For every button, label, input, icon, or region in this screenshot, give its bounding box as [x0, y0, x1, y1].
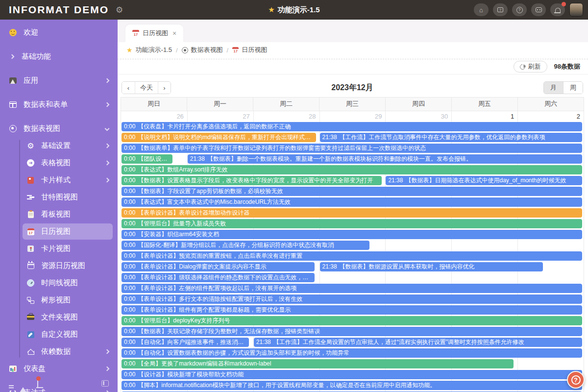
sidebar-item-卡片样式[interactable]: 卡片样式	[23, 172, 113, 188]
date-cell[interactable]: 29	[319, 111, 386, 122]
sidebar-item-基础设置[interactable]: ⚙基础设置	[23, 138, 113, 154]
help-fab-button[interactable]: ?	[567, 371, 585, 389]
calendar-event[interactable]: 0:00【自动化】向客户端推送事件，推送消息无效	[122, 338, 249, 347]
calendar-event[interactable]: 0:00【仪表盘】卡片打开分离多选值选项后，返回的数据不正确	[122, 122, 582, 131]
date-cell[interactable]: 2	[517, 111, 584, 122]
chevron-right-icon	[105, 161, 110, 166]
breadcrumb-label: 日历视图	[242, 46, 267, 54]
avatar[interactable]	[569, 3, 583, 17]
date-cell[interactable]: 30	[385, 111, 451, 122]
event-text: 【数据表】日期筛选在表达式中使用day_of_month的时候无效	[405, 177, 566, 184]
sidebar-item-label: 卡片视图	[41, 244, 109, 253]
collapse-sidebar-icon[interactable]	[101, 380, 109, 387]
calendar-event[interactable]: 21:38【工作流】工作流节点取消事件中存在大量的无用参数，优化返回的参数列表项	[320, 133, 582, 142]
event-time: 0:00	[124, 328, 135, 335]
sidebar-item-时间线视图[interactable]: 时间线视图	[23, 275, 113, 291]
today-button[interactable]: 今天	[135, 82, 158, 94]
event-time: 0:00	[124, 349, 135, 356]
event-time: 0:00	[124, 231, 135, 238]
calendar-event[interactable]: 21:38【数据表】数据源设置从脚本获取时，报错内容优化	[320, 262, 543, 271]
calendar-event[interactable]: 21:38【工作流】工作流全局设置的节点审批人，通过“流程实例执行设置”调整时支…	[254, 338, 582, 347]
refresh-button[interactable]: 刷新	[514, 61, 547, 73]
events-layer: 0:00【仪表盘】卡片打开分离多选值选项后，返回的数据不正确0:00【说明文档】…	[121, 122, 584, 392]
calendar-event[interactable]: 0:00【说明文档】说明文档的md编辑器保存后，重新打开会出现样式异常	[122, 133, 316, 142]
sidebar-item-表格视图[interactable]: ➜表格视图	[23, 155, 113, 171]
sidebar-item-日历视图[interactable]: 17日历视图	[23, 223, 113, 240]
calendar-event[interactable]: 0:00【安装器】织信arm64安装文档	[122, 230, 582, 239]
calendar-event[interactable]: 0:00【管理后台】deployKey支持序列号	[122, 316, 582, 325]
breadcrumb-separator: /	[176, 47, 178, 54]
calendar-event[interactable]: 0:00【设计器】模块新增了模块帮助文档功能	[122, 370, 582, 379]
event-text: 【工作流】工作流全局设置的节点审批人，通过“流程实例执行设置”调整时支持按照条件…	[273, 339, 524, 345]
calendar-event[interactable]: 21:38【数据表】删除一个数据表模块。重新建一个新的数据表模块标识符和删除的模…	[188, 154, 582, 164]
sidebar-item-依赖数据[interactable]: 依赖数据	[23, 343, 113, 360]
notifications-icon[interactable]	[550, 3, 565, 16]
sidebar-item-基础功能[interactable]: 基础功能	[5, 49, 113, 65]
sidebar-item-甘特图视图[interactable]: 甘特图视图	[23, 189, 113, 205]
calendar-event[interactable]: 0:00【表单设计器】预览页面的重置按钮，点击后表单没有进行重置	[122, 251, 582, 261]
date-cell[interactable]: 1	[451, 111, 517, 122]
sidebar-item-应用[interactable]: 应用	[5, 73, 113, 89]
week-mode-button[interactable]: 周	[563, 82, 583, 94]
calendar-event[interactable]: 0:00【自动化】设置数据表数据的步骤，方式设置为追加头部和更新的时候，功能异常	[122, 348, 582, 358]
tab-close-icon[interactable]: ×	[172, 29, 176, 37]
event-text: 【脚本】informat.notification模块中新增了接口，用于设置线程…	[138, 382, 436, 389]
app-logo: INFORMAT DEMO	[9, 4, 109, 16]
help-icon[interactable]: ?	[512, 3, 527, 16]
calendar-event[interactable]: 0:00【管理后台】批量导入新成员失败	[122, 219, 582, 228]
sidebar-item-自定义视图[interactable]: 自定义视图	[23, 326, 113, 343]
star-icon: ★	[268, 5, 274, 14]
view-toolbar: 刷新 98条数据	[118, 59, 588, 74]
calendar-mode-switch: 月 周	[543, 81, 583, 94]
sidebar-item-卡片视图[interactable]: 卡片视图	[23, 241, 113, 257]
calendar-event[interactable]: 0:00【表单设计器】组件有两个配置项都是标题，需要优化显示	[122, 305, 582, 315]
chevron-right-icon	[105, 144, 110, 148]
prev-month-button[interactable]: ‹	[122, 82, 135, 94]
calendar-event[interactable]: 0:00【全局】更换了markdown编辑器和markdown-label	[122, 359, 514, 368]
toolbox-icon	[26, 313, 35, 321]
calendar-event[interactable]: 0:00【表达式】数组Array.sort排序无效	[122, 165, 582, 174]
event-text: 【数据表单】表单中的子表字段和打开数据记录列表打开的数据弹窗需要支持过滤后保留上…	[138, 145, 426, 151]
robot-icon[interactable]	[531, 3, 546, 16]
feedback-icon[interactable]: ?	[493, 3, 508, 16]
chevron-right-icon	[105, 178, 110, 183]
calendar-event[interactable]: 0:00【表达式】富文本中表达式中的Misc.barcodeURL方法无效	[122, 197, 582, 207]
calendar-event[interactable]: 21:38【数据表】日期筛选在表达式中使用day_of_month的时候无效	[386, 176, 582, 185]
sidebar-item-数据表和表单[interactable]: 数据表和表单	[5, 97, 113, 113]
event-text: 【管理后台】deployKey支持序列号	[138, 317, 230, 324]
gear-icon[interactable]: ⚙	[116, 5, 123, 15]
bell-icon[interactable]	[37, 379, 38, 388]
breadcrumb-item-calendar[interactable]: 17 日历视图	[232, 46, 267, 54]
calendar-event[interactable]: 0:00【团队设置】新...	[122, 154, 172, 164]
sidebar-item-树形视图[interactable]: 树形视图	[23, 292, 113, 308]
date-cell[interactable]: 28	[253, 111, 319, 122]
calendar-event[interactable]: 0:00【表单设计器】表单设计器增加动作设计器	[122, 208, 582, 218]
gantt-icon	[26, 193, 35, 201]
calendar-event[interactable]: 0:00【数据表单】表单中的子表字段和打开数据记录列表打开的数据弹窗需要支持过滤…	[122, 144, 582, 153]
calendar-event[interactable]: 0:00【表单设计器】Dialog弹窗的文案提示内容不显示	[122, 262, 315, 271]
breadcrumb-item-views[interactable]: 数据表视图	[182, 46, 223, 54]
top-bar: INFORMAT DEMO ⚙ ★功能演示-1.5 ⌂??	[0, 0, 588, 20]
calendar-event[interactable]: 0:00【数据表】设置表格显示字段后，改变表格中字段的宽度，显示设置中的开关全部…	[122, 176, 382, 185]
calendar-event[interactable]: 0:00【表单设计器】多行文本的清除按钮配置项打开以后，没有生效	[122, 294, 582, 304]
sidebar-item-文件夹视图[interactable]: 文件夹视图	[23, 309, 113, 325]
breadcrumb-item-app[interactable]: ★ 功能演示-1.5	[126, 46, 172, 54]
home-icon[interactable]: ⌂	[474, 3, 489, 16]
sidebar-item-欢迎[interactable]: 欢迎	[5, 24, 113, 41]
date-cell[interactable]: 26	[121, 111, 187, 122]
calendar-event[interactable]: 0:00【脚本】informat.notification模块中新增了接口，用于…	[122, 381, 582, 390]
calendar-event[interactable]: 0:00【表单设计器】左侧的组件配置项收起以后，没有展开的选项	[122, 284, 582, 293]
next-month-button[interactable]: ›	[158, 82, 171, 94]
calendar-event[interactable]: 0:00【表单设计器】级联选择器组件的静态数据下的设置点击无效，没法自己...	[122, 273, 315, 282]
sidebar-item-看板视图[interactable]: 看板视图	[23, 206, 113, 222]
calendar-event[interactable]: 0:00【国际化-翻译】新增分组以后，点击保存，分组标识符的选中状态没有取消	[122, 241, 369, 250]
announcement-icon[interactable]	[20, 379, 26, 388]
month-mode-button[interactable]: 月	[544, 82, 563, 94]
sidebar-item-资源日历视图[interactable]: 资源日历视图	[23, 258, 113, 274]
calendar-event[interactable]: 0:00【数据表】字段设置了app剪切板的数据，必填校验无效	[122, 187, 582, 196]
sidebar-item-label: 数据表视图	[24, 124, 105, 133]
tab-calendar-view[interactable]: 17 日历视图 ×	[125, 24, 183, 42]
sidebar-item-数据表视图[interactable]: 数据表视图	[5, 121, 113, 137]
calendar-event[interactable]: 0:00【数据表】关联记录存储字段为整数时，无法保存数据，报错类型错误	[122, 327, 582, 336]
date-cell[interactable]: 27	[187, 111, 253, 122]
